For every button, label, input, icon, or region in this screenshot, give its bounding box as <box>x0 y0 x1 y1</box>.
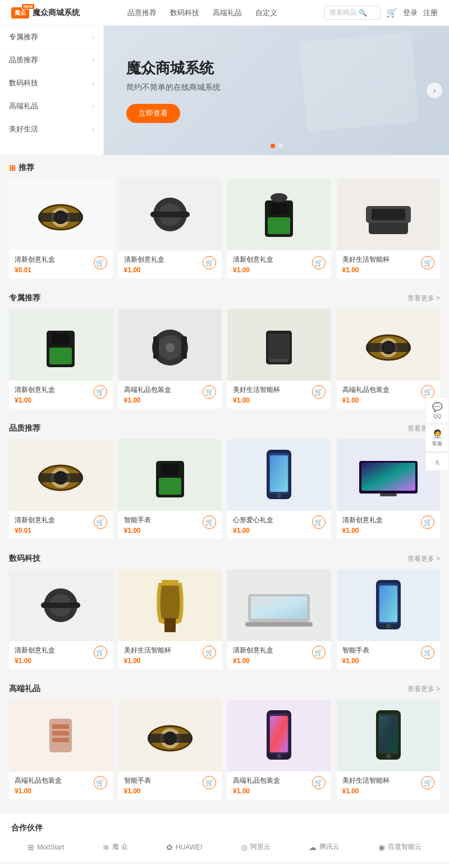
sidebar-item-quality[interactable]: 品质推荐 › <box>0 49 103 72</box>
product-card[interactable]: 清新创意礼盒 ¥1.00 🛒 <box>227 569 331 669</box>
product-name: 智能手表 <box>124 776 151 785</box>
product-card[interactable]: 清新创意礼盒 ¥0.01 🛒 <box>9 179 113 278</box>
section-luxury-more[interactable]: 查看更多 > <box>407 684 440 694</box>
add-to-cart-button[interactable]: 🛒 <box>203 515 216 529</box>
add-to-cart-button[interactable]: 🛒 <box>312 256 326 269</box>
product-card[interactable]: 美好生活智能杯 ¥1.00 🛒 <box>337 179 441 278</box>
product-info: 清新创意礼盒 ¥1.00 🛒 <box>227 250 331 278</box>
product-card[interactable]: 高端礼品包装盒 ¥1.00 🛒 <box>9 700 113 800</box>
add-to-cart-button[interactable]: 🛒 <box>203 776 216 789</box>
product-card[interactable]: 高端礼品包装盒 ¥1.00 🛒 <box>118 309 222 409</box>
add-to-cart-button[interactable]: 🛒 <box>312 646 326 659</box>
search-box[interactable]: 搜索商品 🔍 <box>324 6 381 20</box>
logo[interactable]: 魔众 NEW 魔众商城系统 <box>11 7 80 19</box>
add-to-cart-button[interactable]: 🛒 <box>421 385 434 399</box>
sidebar-item-luxury[interactable]: 高端礼品 › <box>0 95 103 118</box>
nav-item-digital[interactable]: 数码科技 <box>170 8 199 18</box>
svg-point-22 <box>166 343 175 352</box>
product-card[interactable]: 清新创意礼盒 ¥1.00 🛒 <box>337 439 441 539</box>
add-to-cart-button[interactable]: 🛒 <box>94 776 107 789</box>
product-card[interactable]: 智能手表 ¥1.00 🛒 <box>337 569 441 669</box>
svg-rect-68 <box>148 734 193 743</box>
product-name: 清新创意礼盒 <box>15 646 55 655</box>
hero-dots <box>271 144 283 148</box>
search-icon[interactable]: 🔍 <box>359 9 367 17</box>
product-card[interactable]: 美好生活智能杯 ¥1.00 🛒 <box>337 700 441 800</box>
add-to-cart-button[interactable]: 🛒 <box>312 385 326 399</box>
section-digital-more[interactable]: 查看更多 > <box>407 554 440 564</box>
add-to-cart-button[interactable]: 🛒 <box>203 256 216 269</box>
add-to-cart-button[interactable]: 🛒 <box>94 256 107 269</box>
product-image <box>9 179 113 250</box>
search-placeholder: 搜索商品 <box>329 8 356 17</box>
section-digital-title: 数码科技 <box>9 554 40 564</box>
svg-rect-27 <box>269 359 288 362</box>
product-card[interactable]: 高端礼品包装盒 ¥1.00 🛒 <box>227 700 331 800</box>
product-grid-luxury: 高端礼品包装盒 ¥1.00 🛒 智能手表 ¥1.00 🛒 <box>9 700 440 800</box>
svg-rect-71 <box>270 716 288 752</box>
add-to-cart-button[interactable]: 🛒 <box>94 515 107 529</box>
svg-rect-19 <box>52 334 69 345</box>
product-card[interactable]: 智能手表 ¥1.00 🛒 <box>118 439 222 539</box>
section-exclusive-title: 专属推荐 <box>9 293 40 303</box>
nav-item-luxury[interactable]: 高端礼品 <box>213 8 242 18</box>
add-to-cart-button[interactable]: 🛒 <box>94 646 107 659</box>
add-to-cart-button[interactable]: 🛒 <box>203 646 216 659</box>
add-to-cart-button[interactable]: 🛒 <box>203 385 216 399</box>
partner-huawei[interactable]: ✿ HUAWEI <box>166 843 203 852</box>
section-exclusive-more[interactable]: 查看更多 > <box>407 294 440 303</box>
product-name: 美好生活智能杯 <box>233 385 280 395</box>
product-card[interactable]: 清新创意礼盒 ¥1.00 🛒 <box>227 179 331 278</box>
add-to-cart-button[interactable]: 🛒 <box>94 385 107 399</box>
sidebar-arrow: › <box>92 80 94 86</box>
float-service-button[interactable]: 🧑‍💼 客服 <box>425 424 449 452</box>
product-card[interactable]: 心形爱心礼盒 ¥1.00 🛒 <box>227 439 331 539</box>
partner-mozh[interactable]: ≋ 魔 众 <box>103 842 127 852</box>
add-to-cart-button[interactable]: 🛒 <box>421 776 434 789</box>
product-card[interactable]: 高端礼品包装盒 ¥1.00 🛒 <box>337 309 441 409</box>
partner-aliyun[interactable]: ◎ 阿里云 <box>241 842 271 852</box>
product-price: ¥1.00 <box>233 657 273 665</box>
section-luxury-header: 高端礼品 查看更多 > <box>9 684 440 694</box>
service-icon: 🧑‍💼 <box>432 429 443 439</box>
partner-baiducloud[interactable]: ◉ 百度智能云 <box>378 842 421 852</box>
partner-tencentcloud[interactable]: ☁ 腾讯云 <box>309 842 340 852</box>
nav-item-quality[interactable]: 品质推荐 <box>127 8 157 18</box>
product-card[interactable]: 清新创意礼盒 ¥1.00 🛒 <box>9 569 113 669</box>
add-to-cart-button[interactable]: 🛒 <box>421 646 434 659</box>
product-card[interactable]: 清新创意礼盒 ¥0.01 🛒 <box>9 439 113 539</box>
svg-rect-38 <box>159 478 181 495</box>
mozh-icon: ≋ <box>103 843 109 852</box>
sidebar-item-exclusive[interactable]: 专属推荐 › <box>0 26 103 49</box>
product-name: 清新创意礼盒 <box>15 255 55 264</box>
svg-rect-4 <box>38 213 83 222</box>
svg-rect-16 <box>372 209 405 220</box>
product-card[interactable]: 智能手表 ¥1.00 🛒 <box>118 700 222 800</box>
float-collapse-button[interactable]: ∧ <box>425 453 449 471</box>
logo-text: 魔众商城系统 <box>33 8 80 18</box>
register-button[interactable]: 注册 <box>423 8 438 18</box>
cart-icon[interactable]: 🛒 <box>386 7 397 18</box>
hero-next-arrow[interactable]: › <box>427 83 442 98</box>
product-card[interactable]: 美好生活智能杯 ¥1.00 🛒 <box>118 569 222 669</box>
add-to-cart-button[interactable]: 🛒 <box>312 515 326 529</box>
add-to-cart-button[interactable]: 🛒 <box>421 515 434 529</box>
product-card[interactable]: 美好生活智能杯 ¥1.00 🛒 <box>227 309 331 409</box>
nav-item-custom[interactable]: 自定义 <box>255 8 277 18</box>
product-card[interactable]: 清新创意礼盒 ¥1.00 🛒 <box>9 309 113 409</box>
hero-cta-button[interactable]: 立即查看 <box>126 104 180 123</box>
content-area: ⊞ 推荐 清新创意礼盒 ¥0.01 🛒 <box>0 155 449 808</box>
product-card[interactable]: 清新创意礼盒 ¥1.00 🛒 <box>118 179 222 278</box>
sidebar-item-digital[interactable]: 数码科技 › <box>0 72 103 95</box>
partner-modstart[interactable]: ⊞ ModStart <box>28 843 65 852</box>
sidebar-item-life[interactable]: 美好生活 › <box>0 118 103 141</box>
add-to-cart-button[interactable]: 🛒 <box>312 776 326 789</box>
svg-rect-75 <box>379 716 397 752</box>
float-qq-button[interactable]: 💬 QQ <box>425 398 449 423</box>
dot-1[interactable] <box>271 144 275 148</box>
login-button[interactable]: 登录 <box>403 8 418 18</box>
add-to-cart-button[interactable]: 🛒 <box>421 256 434 269</box>
product-name: 心形爱心礼盒 <box>233 515 273 525</box>
product-name: 清新创意礼盒 <box>15 515 55 525</box>
dot-2[interactable] <box>278 144 283 148</box>
